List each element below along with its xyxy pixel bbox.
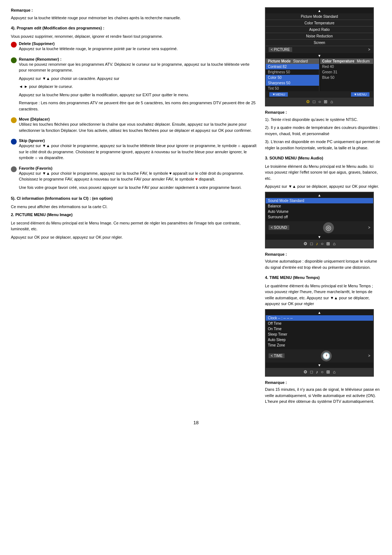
delete-icon <box>11 42 17 48</box>
ci-text: Ce menu peut afficher des informations s… <box>11 204 258 210</box>
picture-nav-row: < PICTURE > <box>266 46 373 53</box>
delete-label: Delete (Supprimer) <box>19 41 54 46</box>
favorite-heart: ♥ <box>195 177 198 181</box>
picture-remark-2: 2). Il y a quatre modes de température d… <box>265 125 381 137</box>
left-column: Remarque : Appuyez sur la touche télétex… <box>11 7 258 409</box>
picture-icons-row: ⚙ □ ○ ⊞ ⌂ <box>266 98 373 106</box>
right-column: ▲ Picture Mode Standard Color Temperatur… <box>265 7 381 409</box>
picture-menu-text2: Appuyez sur OK pour se déplacer, appuyez… <box>11 234 258 240</box>
skip-text: Appuyez sur ▼▲ pour choisir le programme… <box>19 143 258 161</box>
settings-icon: ⚙ <box>306 99 310 104</box>
move-icon <box>11 117 17 123</box>
move-bullet: Move (Déplacer) Utilisez les touches flé… <box>11 117 258 135</box>
noise-reduction-item: Noise Reduction <box>266 33 373 40</box>
time-nav-left: < TIME <box>269 353 285 358</box>
picture-menu-text1: Le second élément du Menu principal est … <box>11 220 258 232</box>
screen-item: Screen <box>266 40 373 46</box>
brightness-row: Brightness 50 <box>266 69 319 75</box>
arrow-down-picture: ▼ <box>266 53 373 58</box>
time-menu-text1: Le quatrième élément du Menu principal e… <box>265 283 381 307</box>
picture-panel-left-header: Picture Mode Standard <box>266 58 319 64</box>
auto-sleep-row: Auto Sleep <box>266 337 373 343</box>
sound-grid-icon: ⊞ <box>326 241 330 246</box>
rename-icon <box>11 57 17 63</box>
arrow-down-time: ▼ <box>266 362 373 368</box>
move-label: Move (Déplacer) <box>19 117 50 121</box>
remark-intro: Appuyez sur la touche télétexte rouge po… <box>11 15 258 21</box>
arrow-up-picture: ▲ <box>266 8 373 13</box>
picture-remark-1: 1). Teinte n'est disponible qu'avec le s… <box>265 117 381 123</box>
favorite-icon <box>11 166 17 172</box>
program-edit-title: 4). Program edit (Modification des progr… <box>11 25 258 31</box>
time-tv-screen: ▲ Clock -- : -- -- -- Off Time On Time S… <box>265 309 374 377</box>
time-menu-title: 4. TIME MENU (Menu Temps) <box>265 275 381 281</box>
skip-bullet: Skip (Ignorer) Appuyez sur ▼▲ pour chois… <box>11 138 258 163</box>
sleep-timer-row: Sleep Timer <box>266 332 373 337</box>
rename-text4: Appuyez sur la touche Menu pour quitter … <box>19 92 258 98</box>
favorite-text3: Une fois votre groupe favori créé, vous … <box>19 185 258 191</box>
picture-remark-title: Remarque : <box>265 109 381 116</box>
surround-row: Surround off <box>266 214 373 220</box>
sound-menu-text1: Le troisième élément du Menu principal e… <box>265 163 381 182</box>
time-icons-row: ⚙ □ ♪ ○ ⊞ ⌂ <box>266 368 373 376</box>
balance-row: Balance <box>266 203 373 209</box>
sound-nav-right: > <box>368 226 370 230</box>
sound-home-icon: ⌂ <box>333 241 335 246</box>
on-time-row: On Time <box>266 326 373 332</box>
grid-icon: ⊞ <box>324 99 327 104</box>
arrow-up-time: ▲ <box>266 310 373 315</box>
tint-row: Tint 50 <box>266 86 319 91</box>
sound-menu-text2: Appuyez sur ▼▲ pour se déplacer, appuyez… <box>265 183 381 190</box>
remark-block-top: Remarque : Appuyez sur la touche télétex… <box>11 7 258 21</box>
picture-nav-right: > <box>368 48 370 52</box>
picture-remark-block: Remarque : 1). Teinte n'est disponible q… <box>265 109 381 151</box>
sound-note-icon: ♪ <box>316 241 318 246</box>
picture-menu-title: 2. PICTURE MENU (Menu Image) <box>11 212 258 218</box>
picture-panel-right-header: Color Temperature Medium <box>320 58 373 64</box>
ci-title: 5). CI information (Informations sur la … <box>11 195 258 202</box>
picture-mode-item: Picture Mode Standard <box>266 13 373 20</box>
contrast-row: Contrast 82 <box>266 64 319 69</box>
favorite-text1: Appuyez sur ▼▲ pour choisir le programme… <box>19 170 258 182</box>
rename-text3: ◄ ► pour déplacer le curseur. <box>19 84 258 90</box>
sound-circle-icon: ○ <box>321 241 323 246</box>
green-row: Green 31 <box>320 69 373 75</box>
sound-square-icon: □ <box>310 241 313 246</box>
picture-menu-btn-left: ▼MENU <box>269 92 288 97</box>
red-row: Red 40 <box>320 64 373 69</box>
sound-tv-screen: ▲ Sound Mode Standard Balance Auto Volum… <box>265 192 374 248</box>
color-row: Color 50 <box>266 75 319 80</box>
time-remark-title: Remarque : <box>265 380 381 386</box>
picture-remark-3: 3). L'écran est disponible en mode PC un… <box>265 139 381 151</box>
circle-icon: ○ <box>318 99 321 104</box>
sound-mode-row: Sound Mode Standard <box>266 198 373 203</box>
sound-remark-block: Remarque : Volume automatique : disponib… <box>265 251 381 271</box>
rename-text2: Appuyez sur ▼▲ pour choisir un caractère… <box>19 76 258 82</box>
sound-nav-row: < SOUND ◎ > <box>266 221 373 234</box>
sound-nav-left: < SOUND <box>269 225 289 230</box>
time-square-icon: □ <box>310 369 313 374</box>
delete-text: Appuyez sur la touche télétexte rouge, l… <box>19 46 258 52</box>
rename-remark: Remarque : Les noms des programmes ATV n… <box>19 100 258 112</box>
home-icon: ⌂ <box>330 99 333 104</box>
page-number: 18 <box>11 416 381 429</box>
time-circle-icon: ○ <box>321 369 323 374</box>
time-zone-row: Time Zone <box>266 343 373 348</box>
skip-icon <box>11 139 17 145</box>
rename-label: Rename (Renommer) : <box>19 57 61 61</box>
favorite-bullet: Favorite (Favoris) Appuyez sur ▼▲ pour c… <box>11 166 258 193</box>
picture-two-panel: Picture Mode Standard Contrast 82 Bright… <box>266 58 373 91</box>
picture-menu-btn-right: ▼MENU <box>351 92 369 97</box>
clock-row: Clock -- : -- -- -- <box>266 315 373 321</box>
picture-panel-right: Color Temperature Medium Red 40 Green 31… <box>320 58 373 91</box>
time-home-icon: ⌂ <box>333 369 335 374</box>
skip-symbol: ⊗ <box>238 144 241 148</box>
arrow-up-sound: ▲ <box>266 193 373 198</box>
move-text: Utilisez les touches fléchées pour sélec… <box>19 121 258 133</box>
sound-settings-icon: ⚙ <box>303 241 307 246</box>
picture-nav-left: < PICTURE <box>269 47 292 52</box>
rename-text1: Vous ne pouvez renommer que les programm… <box>19 61 258 73</box>
time-settings-icon: ⚙ <box>303 369 307 374</box>
sound-menu-title: 3. SOUND MENU (Menu Audio) <box>265 155 381 161</box>
time-clock-icon: 🕐 <box>321 351 332 361</box>
